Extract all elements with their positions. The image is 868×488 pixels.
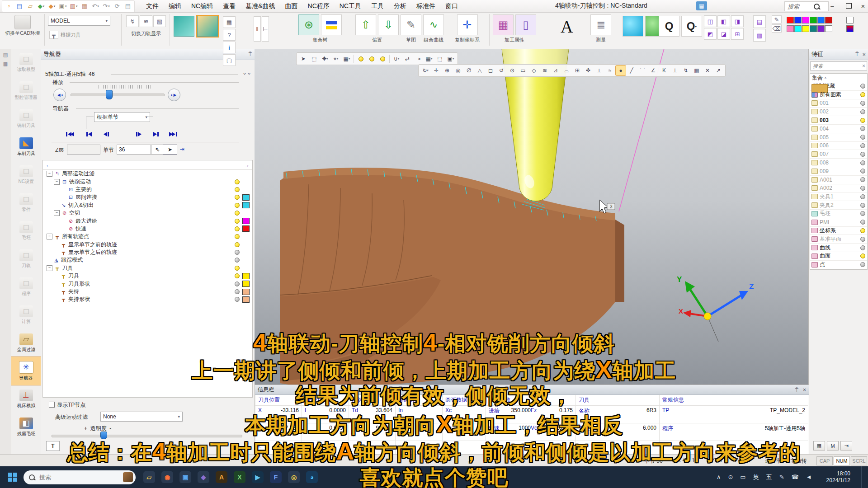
tree-item[interactable]: ⊘最大进给 xyxy=(43,217,252,225)
color-chip[interactable] xyxy=(802,25,809,32)
dock-panel-icon[interactable]: ▤ xyxy=(1,51,10,59)
sidebar-item-stock[interactable]: ◻毛坯 xyxy=(11,217,41,245)
app-f-icon[interactable]: F xyxy=(270,471,282,483)
toolpath-icon-1[interactable]: ↯ xyxy=(126,15,139,27)
eyedropper-chip[interactable] xyxy=(846,17,854,23)
feature-row[interactable]: 所有图素 xyxy=(810,91,867,99)
visibility-bulb-icon[interactable] xyxy=(235,250,240,255)
eraser-icon[interactable]: ⌫ xyxy=(772,24,782,33)
normal-tool-icon[interactable]: ⊥ xyxy=(670,66,680,75)
feature-row[interactable]: A002 xyxy=(810,184,867,193)
tree-item[interactable]: ↘切入&切出 xyxy=(43,202,252,209)
feature-row[interactable]: 曲线 xyxy=(810,244,867,252)
step-forward-button[interactable] xyxy=(133,130,145,138)
menu-item[interactable]: 曲面 xyxy=(285,2,298,10)
ime-lang-indicator[interactable]: 英 xyxy=(753,474,759,480)
tree-item[interactable]: ┳显示单节之后的轨迹 xyxy=(43,249,252,256)
toolpath-icon-3[interactable]: ▧ xyxy=(153,15,166,27)
visibility-bulb-icon[interactable] xyxy=(235,179,240,184)
purple-cube-icon[interactable]: ⊞ xyxy=(731,28,744,40)
visibility-bulb-icon[interactable] xyxy=(860,160,865,165)
open-folder-icon[interactable]: ▱ xyxy=(25,2,35,11)
gradient-chip[interactable] xyxy=(846,25,854,32)
purple-cube-icon[interactable]: ◪ xyxy=(717,28,730,40)
orient-view-icon[interactable]: ∅ xyxy=(464,66,474,75)
window-tile-icon[interactable]: ▢ xyxy=(223,54,236,66)
window-layout-icon[interactable]: ▣▾ xyxy=(58,2,68,11)
sidebar-item-globalfilter[interactable]: ▱全局过滤 xyxy=(11,329,41,357)
notification-edge[interactable] xyxy=(861,466,864,488)
visibility-bulb-icon[interactable] xyxy=(860,211,865,216)
tree-back-arrow-icon[interactable]: ← xyxy=(46,162,51,168)
tree-expander-icon[interactable]: − xyxy=(47,234,52,239)
visibility-bulb-icon[interactable] xyxy=(860,253,865,258)
sidebar-item-ncset[interactable]: ◻NC设置 xyxy=(11,161,41,189)
feature-row[interactable]: 曲面 xyxy=(810,252,867,261)
tray-mic-icon[interactable]: ⊙ xyxy=(728,474,733,480)
feature-row[interactable]: 坐标系 xyxy=(810,227,867,235)
visibility-bulb-icon[interactable] xyxy=(235,282,240,286)
shaded-view-icon[interactable]: ⊙ xyxy=(507,66,517,75)
bulb-part-icon[interactable] xyxy=(367,54,377,64)
arc-display-icon[interactable]: ⌓ xyxy=(561,66,571,75)
tree-expander-icon[interactable]: − xyxy=(47,171,52,177)
prev-block-button[interactable] xyxy=(83,130,95,138)
tree-item[interactable]: ◮跟踪模式 xyxy=(43,256,252,264)
visibility-bulb-icon[interactable] xyxy=(235,266,240,271)
visibility-bulb-icon[interactable] xyxy=(860,228,865,233)
app-dark-icon[interactable]: ◆ xyxy=(198,471,209,483)
visibility-bulb-icon[interactable] xyxy=(860,143,865,148)
color-swatch[interactable] xyxy=(242,281,250,287)
color-swatch[interactable] xyxy=(242,202,250,208)
minimize-button[interactable]: − xyxy=(824,0,841,12)
menu-item[interactable]: 工具 xyxy=(371,2,384,10)
opacity-slider-track[interactable] xyxy=(52,435,242,437)
feature-row[interactable]: 005 xyxy=(810,133,867,142)
tree-item[interactable]: ⊘快速 xyxy=(43,225,252,233)
app-excel-icon[interactable]: X xyxy=(234,471,245,483)
facet-view-icon[interactable]: ◇ xyxy=(529,66,539,75)
exit-mini-button[interactable]: ⇥ xyxy=(840,441,852,450)
sketch-icon[interactable]: ✎ xyxy=(401,14,421,35)
visibility-bulb-icon[interactable] xyxy=(860,262,865,267)
section-view-icon[interactable]: ≋ xyxy=(540,66,550,75)
playback-slider-track[interactable] xyxy=(71,94,165,96)
app-blue-icon[interactable]: ▣ xyxy=(179,471,191,483)
dock-grid-icon[interactable]: ▦ xyxy=(1,60,10,68)
ime-wubi-indicator[interactable]: 五 xyxy=(766,474,772,480)
measure-icon[interactable]: ≣ xyxy=(590,14,611,35)
info-close-icon[interactable]: × xyxy=(803,387,806,393)
browser-orange-icon[interactable]: ◉ xyxy=(161,471,173,483)
v-ruler-icon[interactable]: ‖ xyxy=(254,16,261,42)
help-icon[interactable]: ? xyxy=(223,29,236,41)
fit-view-icon[interactable]: ◎ xyxy=(453,66,463,75)
compare-icon[interactable]: ⇄ xyxy=(402,54,412,64)
sidebar-item-machine[interactable]: ⊥机床模拟 xyxy=(11,385,41,413)
sidebar-item-compute[interactable]: ◻计算 xyxy=(11,301,41,329)
visibility-bulb-icon[interactable] xyxy=(235,234,240,239)
magnet-snap-icon[interactable]: ∪▾ xyxy=(392,54,401,64)
tree-item[interactable]: ⊡主要的 xyxy=(43,186,252,193)
feature-row[interactable]: 基准平面 xyxy=(810,235,867,244)
menu-item[interactable]: 文件 xyxy=(146,2,159,10)
pan-view-icon[interactable]: ✛ xyxy=(431,66,441,75)
color-chip[interactable] xyxy=(787,17,794,23)
feature-row[interactable]: 006 xyxy=(810,142,867,150)
menu-item[interactable]: 分析 xyxy=(394,2,406,10)
color-chip[interactable] xyxy=(825,25,832,32)
feature-row[interactable]: 强制隐藏 xyxy=(810,82,867,91)
color-swatch[interactable] xyxy=(242,218,250,224)
play-forward-button[interactable]: •► xyxy=(168,89,180,101)
purple-cube-icon[interactable]: ◫ xyxy=(704,15,717,27)
tree-item[interactable]: ┳夹持 xyxy=(43,288,252,296)
wireframe-view-icon[interactable]: ▭ xyxy=(518,66,528,75)
playback-slider-thumb[interactable] xyxy=(106,90,113,99)
menu-item[interactable]: 编辑 xyxy=(169,2,181,10)
feature-row[interactable]: PMI xyxy=(810,218,867,227)
report-book-icon[interactable]: ▥▾ xyxy=(69,2,79,11)
visibility-bulb-icon[interactable] xyxy=(860,118,865,123)
block-number-input[interactable]: 36 xyxy=(117,145,151,155)
info-icon[interactable]: i xyxy=(223,42,236,53)
select-box-icon[interactable]: ⬚ xyxy=(309,54,319,64)
annotation-text-icon[interactable]: A xyxy=(561,17,573,37)
